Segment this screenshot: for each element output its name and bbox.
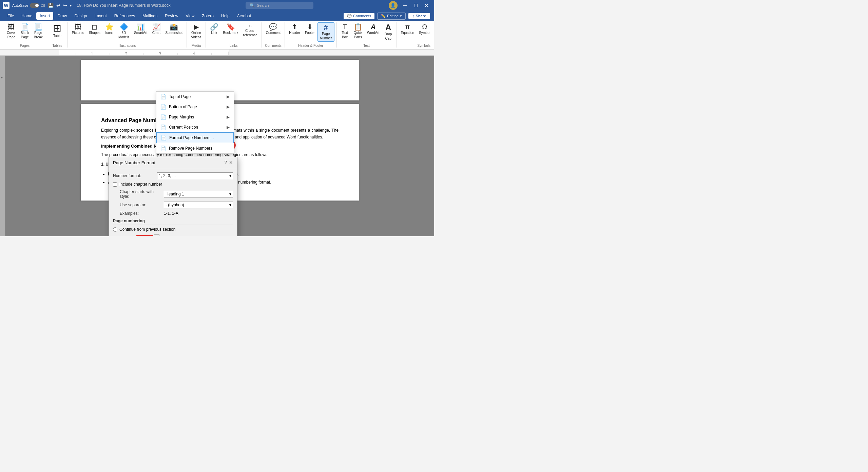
menu-draw[interactable]: Draw (54, 12, 70, 20)
bookmark-btn[interactable]: 🔖Bookmark (221, 22, 240, 36)
arrow-icon: ▶ (227, 94, 230, 99)
editing-button[interactable]: ✏️ Editing ▾ (377, 13, 406, 20)
user-avatar: 👤 (389, 1, 398, 10)
menu-home[interactable]: Home (18, 12, 36, 20)
menu-remove-page-numbers[interactable]: 📄 Remove Page Numbers (156, 143, 234, 153)
continue-radio[interactable] (113, 227, 117, 232)
ruler: 1 2 3 4 (0, 50, 434, 56)
menu-view[interactable]: View (182, 12, 198, 20)
separator-arrow: ▾ (229, 203, 231, 207)
headerfooter-group-label: Header & Footer (287, 44, 334, 48)
redo-icon[interactable]: ↪ (63, 3, 67, 8)
continue-from-previous-row: Continue from previous section (113, 227, 233, 232)
format-icon: 📄 (161, 135, 167, 140)
menu-layout[interactable]: Layout (91, 12, 110, 20)
menu-mailings[interactable]: Mailings (139, 12, 161, 20)
icons-btn[interactable]: ⭐Icons (103, 22, 116, 36)
dialog-close-btn[interactable]: ✕ (229, 160, 233, 165)
symbol-btn[interactable]: ΩSymbol (417, 22, 432, 36)
cross-reference-btn[interactable]: ↔Cross-reference (241, 22, 259, 38)
pages-group-label: Pages (5, 44, 45, 48)
wordart-btn[interactable]: AWordArt (365, 22, 382, 36)
number-format-select[interactable]: 1, 2, 3, ... ▾ (157, 172, 233, 179)
blank-page-btn[interactable]: 📄BlankPage (19, 22, 31, 40)
link-btn[interactable]: 🔗Link (208, 22, 220, 36)
chapter-style-select[interactable]: Heading 1 ▾ (164, 191, 233, 197)
symbols-group-label: Symbols (399, 44, 434, 48)
text-group-label: Text (339, 44, 394, 48)
comment-btn[interactable]: 💬Comment (264, 22, 283, 36)
quickparts-btn[interactable]: 📋QuickParts (352, 22, 365, 40)
header-btn[interactable]: ⬆Header (287, 22, 302, 36)
remove-icon: 📄 (160, 146, 166, 151)
save-icon[interactable]: 💾 (48, 3, 54, 8)
menu-top-of-page[interactable]: 📄 Top of Page ▶ (156, 92, 234, 102)
undo-icon[interactable]: ↩ (56, 3, 60, 8)
start-at-input[interactable] (136, 235, 153, 236)
context-menu: 📄 Top of Page ▶ 📄 Bottom of Page ▶ 📄 Pag… (156, 91, 234, 154)
comments-button[interactable]: 💬 Comments (344, 13, 374, 19)
media-group-label: Media (189, 44, 203, 48)
dialog-help-btn[interactable]: ? (225, 160, 227, 165)
shapes-btn[interactable]: ◻Shapes (87, 22, 102, 36)
maximize-btn[interactable]: □ (411, 2, 421, 9)
examples-row: Examples: 1-1, 1-A (120, 211, 233, 216)
menu-design[interactable]: Design (71, 12, 90, 20)
pictures-btn[interactable]: 🖼Pictures (70, 22, 86, 36)
menu-file[interactable]: File (4, 12, 17, 20)
search-box[interactable]: 🔍 Search (246, 2, 313, 9)
equation-btn[interactable]: πEquation (399, 22, 416, 36)
table-btn[interactable]: ⊞Table (49, 22, 65, 39)
ribbon-group-media: ▶OnlineVideos Media (187, 22, 206, 48)
autosave-toggle[interactable] (30, 3, 39, 8)
dialog-title-bar: Page Number Format ? ✕ (109, 157, 237, 168)
ribbon-group-comments: 💬Comment Comments (262, 22, 285, 48)
minimize-btn[interactable]: ─ (400, 2, 410, 9)
menu-review[interactable]: Review (161, 12, 181, 20)
menu-format-page-numbers[interactable]: 📄 Format Page Numbers... (156, 132, 234, 143)
separator-select[interactable]: - (hyphen) ▾ (164, 202, 233, 208)
arrow-icon-3: ▶ (227, 115, 230, 119)
cover-page-btn[interactable]: 🖼CoverPage (5, 22, 18, 40)
menu-references[interactable]: References (111, 12, 138, 20)
page-break-btn[interactable]: 📃PageBreak (32, 22, 45, 40)
close-btn[interactable]: ✕ (422, 2, 431, 9)
margins-icon: 📄 (160, 114, 166, 120)
dropdown-icon[interactable]: ▾ (70, 4, 72, 7)
menu-acrobat[interactable]: Acrobat (234, 12, 254, 20)
ribbon-group-headerfooter: ⬆Header ⬇Footer #PageNumber Header & Foo… (285, 22, 336, 48)
include-chapter-checkbox[interactable] (113, 182, 117, 187)
svg-text:4: 4 (193, 52, 195, 55)
menu-current-position[interactable]: 📄 Current Position ▶ (156, 122, 234, 132)
illustrations-group-label: Illustrations (70, 44, 185, 48)
online-videos-btn[interactable]: ▶OnlineVideos (189, 22, 203, 40)
tables-group-label: Tables (49, 44, 65, 48)
arrow-icon-4: ▶ (227, 125, 230, 130)
footer-btn[interactable]: ⬇Footer (303, 22, 317, 36)
start-at-up[interactable]: ▲ (154, 234, 159, 236)
menu-bottom-of-page[interactable]: 📄 Bottom of Page ▶ (156, 102, 234, 112)
smartart-btn[interactable]: 📊SmartArt (132, 22, 149, 36)
svg-text:2: 2 (125, 52, 127, 55)
menu-insert[interactable]: Insert (36, 12, 53, 20)
menu-help[interactable]: Help (218, 12, 233, 20)
chart-btn[interactable]: 📈Chart (150, 22, 163, 36)
textbox-btn[interactable]: TTextBox (339, 22, 351, 40)
menu-zotero[interactable]: Zotero (198, 12, 217, 20)
dropcap-btn[interactable]: ADropCap (382, 22, 394, 42)
ribbon: 🖼CoverPage 📄BlankPage 📃PageBreak Pages ⊞… (0, 21, 434, 50)
3d-models-btn[interactable]: 🔷3DModels (116, 22, 131, 40)
svg-text:3: 3 (159, 52, 161, 55)
page-numbering-section: Page numbering (113, 219, 233, 225)
screenshot-btn[interactable]: 📸Screenshot (163, 22, 185, 36)
menu-bar: File Home Insert Draw Design Layout Refe… (0, 11, 434, 21)
share-button[interactable]: ↑ Share (408, 13, 430, 19)
chapter-style-row: Chapter starts with style: Heading 1 ▾ (120, 189, 233, 199)
document-area: ▶ Advanced Page Numbering Formats Explor… (0, 56, 434, 236)
page-number-btn[interactable]: #PageNumber (317, 22, 334, 42)
page-number-format-dialog: Page Number Format ? ✕ Number format: 1,… (109, 157, 237, 236)
menu-page-margins[interactable]: 📄 Page Margins ▶ (156, 112, 234, 122)
ribbon-group-text: TTextBox 📋QuickParts AWordArt ADropCap T… (337, 22, 397, 48)
include-chapter-row: Include chapter number (113, 182, 233, 187)
number-symbol-btn[interactable]: #Number (433, 22, 434, 36)
